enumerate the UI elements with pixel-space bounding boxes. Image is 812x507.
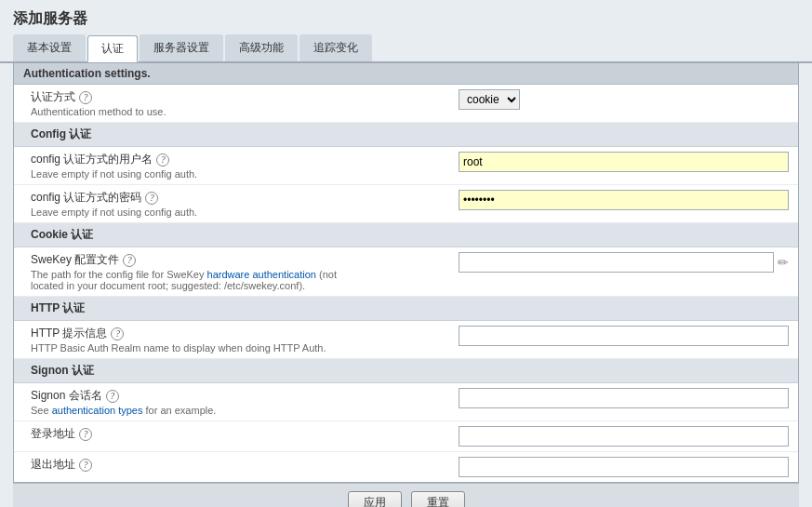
- signon-session-help-icon[interactable]: ?: [106, 390, 119, 403]
- swekey-input[interactable]: [459, 252, 774, 273]
- signon-session-label: Signon 会话名: [31, 388, 102, 404]
- http-prompt-row: HTTP 提示信息 ? HTTP Basic Auth Realm name t…: [14, 321, 798, 359]
- tab-bar: 基本设置 认证 服务器设置 高级功能 追踪变化: [0, 34, 812, 63]
- swekey-label: SweKey 配置文件: [31, 252, 119, 268]
- logout-url-label-area: 退出地址 ?: [31, 457, 459, 473]
- auth-method-label: 认证方式: [31, 89, 75, 105]
- logout-url-input-area: [459, 457, 789, 477]
- auth-method-sub: Authentication method to use.: [31, 106, 449, 117]
- auth-method-select[interactable]: cookie config http signon: [459, 89, 520, 110]
- auth-method-help-icon[interactable]: ?: [79, 91, 92, 104]
- config-password-input[interactable]: [459, 190, 789, 210]
- login-url-row: 登录地址 ?: [14, 421, 798, 452]
- login-url-input[interactable]: [459, 426, 789, 447]
- config-username-help-icon[interactable]: ?: [156, 153, 169, 167]
- signon-session-input[interactable]: [459, 388, 789, 408]
- http-prompt-label: HTTP 提示信息: [31, 326, 107, 341]
- logout-url-input[interactable]: [459, 457, 789, 477]
- auth-method-row: 认证方式 ? Authentication method to use. coo…: [14, 85, 798, 123]
- reset-button[interactable]: 重置: [411, 491, 465, 507]
- logout-url-label: 退出地址: [31, 457, 75, 473]
- auth-method-input-area: cookie config http signon: [459, 89, 789, 110]
- signon-session-link[interactable]: authentication types: [52, 405, 143, 416]
- signon-session-input-area: [459, 388, 789, 408]
- config-username-input-area: [459, 152, 789, 172]
- config-password-row: config 认证方式的密码 ? Leave empty if not usin…: [14, 185, 798, 223]
- config-username-input[interactable]: [459, 152, 789, 172]
- config-auth-header: Config 认证: [14, 123, 798, 147]
- tab-server[interactable]: 服务器设置: [140, 34, 223, 61]
- tab-advanced[interactable]: 高级功能: [225, 34, 298, 61]
- title-bar: 添加服务器: [0, 0, 812, 34]
- logout-url-help-icon[interactable]: ?: [79, 459, 92, 472]
- swekey-input-area: ✏: [459, 252, 789, 273]
- config-password-label-area: config 认证方式的密码 ? Leave empty if not usin…: [31, 190, 459, 218]
- http-prompt-help-icon[interactable]: ?: [111, 327, 124, 340]
- swekey-help-icon[interactable]: ?: [123, 254, 136, 267]
- cookie-auth-header: Cookie 认证: [14, 223, 798, 247]
- swekey-label-area: SweKey 配置文件 ? The path for the config fi…: [31, 252, 459, 291]
- config-username-label-area: config 认证方式的用户名 ? Leave empty if not usi…: [31, 152, 459, 180]
- config-password-input-area: [459, 190, 789, 210]
- pencil-icon[interactable]: ✏: [778, 255, 789, 270]
- login-url-label: 登录地址: [31, 426, 75, 442]
- content-area: Authentication settings. 认证方式 ? Authenti…: [13, 63, 799, 483]
- login-url-label-area: 登录地址 ?: [31, 426, 459, 442]
- swekey-sub: The path for the config file for SweKey …: [31, 269, 449, 291]
- config-username-sub: Leave empty if not using config auth.: [31, 168, 449, 180]
- http-auth-header: HTTP 认证: [14, 297, 798, 321]
- footer: 应用 重置: [13, 483, 799, 507]
- apply-button[interactable]: 应用: [348, 491, 402, 507]
- signon-auth-header: Signon 认证: [14, 359, 798, 383]
- http-prompt-sub: HTTP Basic Auth Realm name to display wh…: [31, 342, 449, 354]
- swekey-link[interactable]: hardware authentication: [207, 269, 316, 280]
- tab-track[interactable]: 追踪变化: [300, 34, 372, 61]
- logout-url-row: 退出地址 ?: [14, 452, 798, 482]
- config-password-sub: Leave empty if not using config auth.: [31, 207, 449, 218]
- auth-settings-header: Authentication settings.: [14, 63, 798, 85]
- signon-session-label-area: Signon 会话名 ? See authentication types fo…: [31, 388, 459, 416]
- config-password-label: config 认证方式的密码: [31, 190, 141, 206]
- http-prompt-input-area: [459, 326, 789, 346]
- config-username-row: config 认证方式的用户名 ? Leave empty if not usi…: [14, 147, 798, 185]
- login-url-input-area: [459, 426, 789, 447]
- tab-auth[interactable]: 认证: [87, 35, 138, 62]
- window: 添加服务器 基本设置 认证 服务器设置 高级功能 追踪变化 Authentica…: [0, 0, 812, 507]
- login-url-help-icon[interactable]: ?: [79, 428, 92, 441]
- tab-basic[interactable]: 基本设置: [13, 34, 86, 61]
- http-prompt-label-area: HTTP 提示信息 ? HTTP Basic Auth Realm name t…: [31, 326, 459, 354]
- config-username-label: config 认证方式的用户名: [31, 152, 153, 167]
- signon-session-sub: See authentication types for an example.: [31, 405, 449, 416]
- config-password-help-icon[interactable]: ?: [145, 192, 158, 205]
- page-title: 添加服务器: [13, 9, 799, 29]
- auth-method-label-area: 认证方式 ? Authentication method to use.: [31, 89, 459, 117]
- http-prompt-input[interactable]: [459, 326, 789, 346]
- swekey-row: SweKey 配置文件 ? The path for the config fi…: [14, 247, 798, 297]
- signon-session-row: Signon 会话名 ? See authentication types fo…: [14, 383, 798, 421]
